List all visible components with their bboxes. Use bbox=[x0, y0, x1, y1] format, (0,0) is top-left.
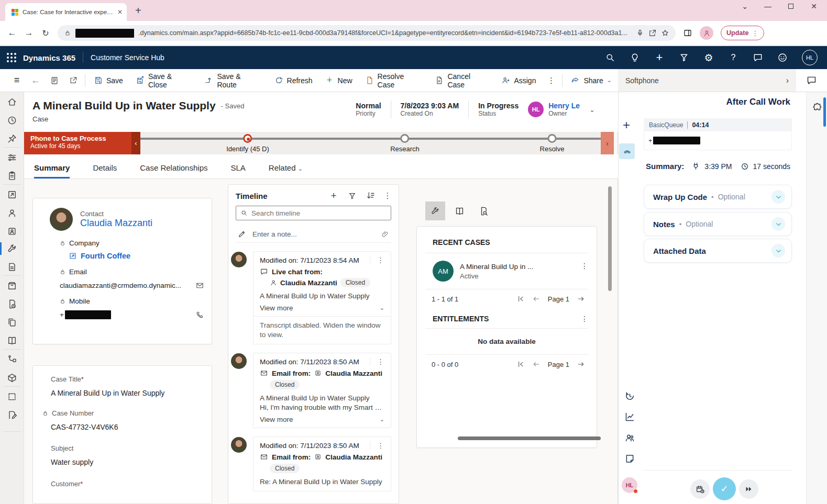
attached-data-section[interactable]: Attached Data bbox=[644, 239, 792, 263]
reload-icon[interactable]: ↻ bbox=[41, 28, 50, 38]
recent-case-row[interactable]: AM A Mineral Build Up in ... Active ⋮ bbox=[417, 253, 597, 289]
browser-profile-avatar[interactable] bbox=[700, 26, 713, 40]
app-name[interactable]: Customer Service Hub bbox=[91, 53, 164, 62]
quick-create-icon[interactable]: + bbox=[654, 52, 665, 63]
recent-case-title[interactable]: A Mineral Build Up in ... bbox=[460, 263, 575, 271]
settings-gear-icon[interactable]: ⚙ bbox=[703, 52, 714, 63]
tab-close-icon[interactable]: ✕ bbox=[117, 8, 123, 16]
complete-acw-button[interactable]: ✓ bbox=[713, 477, 736, 500]
sidebar-item-contacts[interactable] bbox=[7, 208, 17, 218]
vertical-scrollbar[interactable] bbox=[608, 186, 612, 291]
attach-icon[interactable] bbox=[381, 230, 389, 238]
mic-icon[interactable] bbox=[636, 29, 644, 37]
new-tab-button[interactable]: + bbox=[135, 5, 141, 17]
bpf-stage-box[interactable]: Phone to Case Process Active for 45 days bbox=[24, 132, 131, 154]
save-button[interactable]: Save bbox=[87, 69, 129, 92]
timeline-sort-icon[interactable] bbox=[366, 191, 376, 200]
save-close-button[interactable]: Save & Close bbox=[129, 69, 199, 92]
popout-icon[interactable] bbox=[64, 76, 83, 85]
side-panel-icon[interactable] bbox=[683, 28, 692, 38]
email-value[interactable]: claudiamazzanti@crmdemo.dynamic... bbox=[60, 282, 181, 289]
lightbulb-icon[interactable] bbox=[630, 52, 640, 63]
timeline-search-input[interactable] bbox=[251, 209, 387, 217]
company-value[interactable]: Fourth Coffee bbox=[33, 247, 212, 260]
smiley-icon[interactable] bbox=[777, 52, 788, 63]
section-chevron-icon[interactable] bbox=[771, 244, 785, 257]
window-close-button[interactable]: ✕ bbox=[806, 2, 822, 10]
more-commands-icon[interactable]: ⋮ bbox=[542, 76, 560, 85]
sidebar-item-services-selected[interactable] bbox=[7, 243, 17, 254]
analytics-icon[interactable] bbox=[624, 411, 635, 422]
filter-icon[interactable] bbox=[679, 52, 689, 63]
timeline-entry[interactable]: Modified on: 7/11/2023 8:50 AM ⋮ Email f… bbox=[253, 353, 391, 428]
form-selector-icon[interactable] bbox=[45, 76, 64, 85]
share-button[interactable]: Share ⌄ bbox=[565, 69, 618, 92]
tab-details[interactable]: Details bbox=[93, 163, 117, 178]
new-button[interactable]: + New bbox=[319, 69, 359, 92]
timeline-more-icon[interactable]: ⋮ bbox=[384, 191, 391, 200]
prev-page-icon[interactable] bbox=[532, 295, 541, 303]
sidebar-item-products[interactable] bbox=[7, 281, 17, 291]
bpf-stage-identify[interactable]: Identify (45 D) bbox=[226, 134, 269, 153]
call-phone-icon[interactable] bbox=[195, 310, 204, 319]
owner-name[interactable]: Henry Le bbox=[548, 102, 580, 110]
next-page-icon[interactable] bbox=[577, 360, 585, 368]
sidebar-item-queues[interactable] bbox=[7, 262, 17, 272]
first-page-icon[interactable] bbox=[516, 295, 525, 303]
next-page-icon[interactable] bbox=[577, 295, 585, 303]
prev-page-icon[interactable] bbox=[532, 360, 541, 368]
sidebar-item-catalog[interactable] bbox=[7, 373, 17, 383]
plugin-pane-icon[interactable] bbox=[811, 102, 822, 113]
site-map-toggle-icon[interactable]: ≡ bbox=[7, 75, 26, 86]
bpf-right-chevron-icon[interactable]: › bbox=[601, 132, 614, 154]
address-bar[interactable]: .dynamics.com/main.aspx?appid=6685b74b-f… bbox=[58, 25, 676, 41]
header-collapse-chevron-icon[interactable]: ⌄ bbox=[589, 106, 595, 114]
timeline-search-box[interactable] bbox=[236, 206, 391, 220]
send-email-icon[interactable] bbox=[195, 281, 204, 290]
case-title-value[interactable]: A Mineral Build Up in Water Supply bbox=[33, 383, 212, 397]
brand-title[interactable]: Dynamics 365 bbox=[23, 53, 75, 62]
timeline-entry[interactable]: Modified on: 7/11/2023 8:54 AM ⋮ Live ch… bbox=[253, 251, 391, 344]
search-icon[interactable] bbox=[605, 52, 615, 63]
back-arrow-icon[interactable]: ← bbox=[26, 76, 45, 85]
customers-icon[interactable] bbox=[624, 432, 635, 443]
bpf-left-chevron-icon[interactable]: ‹ bbox=[131, 132, 140, 154]
history-icon[interactable] bbox=[624, 390, 635, 401]
refresh-button[interactable]: Refresh bbox=[268, 69, 319, 92]
browser-menu-chevron-icon[interactable]: ⌄ bbox=[737, 2, 753, 10]
cancel-case-button[interactable]: Cancel Case bbox=[428, 69, 495, 92]
tab-case-relationships[interactable]: Case Relationships bbox=[140, 163, 207, 178]
sidebar-item-recent[interactable] bbox=[7, 115, 17, 126]
softphone-expand-chevron-icon[interactable]: › bbox=[786, 76, 789, 85]
sidebar-item-articles[interactable] bbox=[7, 317, 17, 328]
header-field-owner[interactable]: HL Henry Le Owner bbox=[528, 102, 580, 117]
subject-value[interactable]: Water supply bbox=[33, 452, 212, 466]
timeline-add-icon[interactable]: + bbox=[329, 191, 338, 200]
sidebar-item-dashboards[interactable] bbox=[7, 152, 17, 163]
sidebar-item-flow[interactable] bbox=[7, 354, 17, 365]
sidebar-item-knowledge-book[interactable] bbox=[7, 335, 17, 346]
share-icon[interactable] bbox=[648, 29, 657, 37]
tab-summary[interactable]: Summary bbox=[34, 163, 70, 178]
browser-kebab-icon[interactable]: ⋮ bbox=[752, 29, 758, 37]
active-call-session-tab[interactable] bbox=[619, 143, 635, 159]
tab-related[interactable]: Related ⌄ bbox=[269, 163, 303, 178]
wrap-up-code-section[interactable]: Wrap Up Code • Optional bbox=[644, 185, 792, 209]
assign-button[interactable]: Assign bbox=[495, 69, 542, 92]
window-maximize-button[interactable] bbox=[783, 2, 799, 10]
sidebar-item-pinned[interactable] bbox=[7, 133, 17, 144]
save-route-button[interactable]: Save & Route bbox=[198, 69, 268, 92]
sidebar-item-home[interactable] bbox=[7, 97, 17, 107]
bpf-stage-research[interactable]: Research bbox=[390, 134, 420, 153]
entry-more-icon[interactable]: ⋮ bbox=[370, 256, 391, 264]
waffle-icon[interactable] bbox=[7, 53, 16, 62]
related-tab-search[interactable] bbox=[473, 201, 493, 220]
rail-scrollbar[interactable] bbox=[823, 97, 826, 127]
feedback-chat-icon[interactable] bbox=[753, 52, 763, 63]
contact-name-link[interactable]: Claudia Mazzanti bbox=[80, 218, 152, 229]
related-tab-knowledge[interactable] bbox=[449, 201, 469, 220]
conversations-icon[interactable] bbox=[806, 75, 817, 86]
tab-sla[interactable]: SLA bbox=[230, 163, 245, 178]
sidebar-item-social-profiles[interactable] bbox=[7, 226, 17, 237]
entry-more-icon[interactable]: ⋮ bbox=[370, 357, 391, 366]
